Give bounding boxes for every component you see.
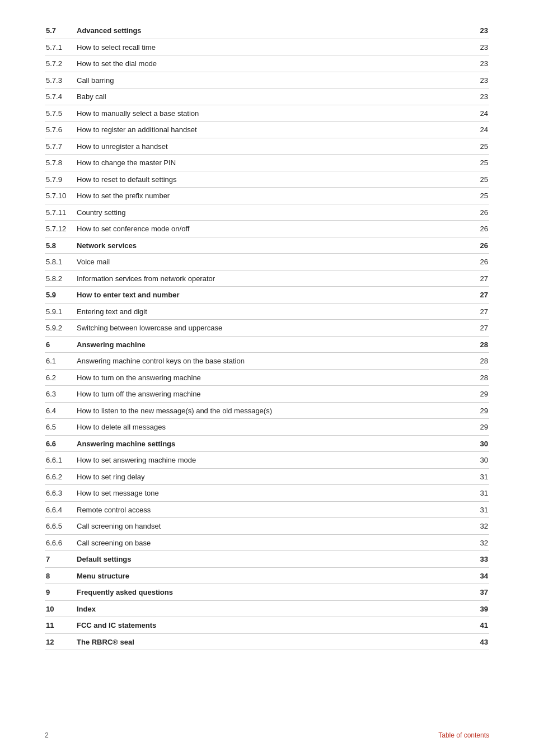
toc-row: 6Answering machine28 [45,336,489,353]
toc-row: 6.6.2How to set ring delay31 [45,468,489,485]
toc-number: 5.7.3 [45,72,76,88]
toc-page: 28 [472,353,489,370]
toc-page: 31 [472,501,489,518]
toc-page: 31 [472,468,489,485]
toc-row: 5.8Network services26 [45,237,489,254]
toc-row: 5.9.2Switching between lowercase and upp… [45,320,489,337]
toc-label: How to turn on the answering machine [76,369,472,386]
toc-label: Answering machine settings [76,435,472,452]
toc-number: 5.7.8 [45,155,76,171]
toc-label: Network services [76,237,472,254]
toc-label: How to enter text and number [76,287,472,304]
toc-row: 7Default settings33 [45,551,489,568]
toc-row: 5.7.12How to set conference mode on/off2… [45,221,489,237]
toc-number: 7 [45,551,76,568]
toc-label: How to unregister a handset [76,138,472,155]
toc-label: How to set the prefix number [76,188,472,204]
toc-number: 6.6.5 [45,518,76,535]
toc-number: 5.9.1 [45,303,76,320]
toc-page: 24 [472,122,489,138]
toc-number: 5.7.9 [45,171,76,188]
toc-row: 5.7.2How to set the dial mode23 [45,55,489,72]
toc-label: Baby call [76,88,472,105]
toc-page: 26 [472,221,489,237]
toc-label: How to set the dial mode [76,55,472,72]
toc-page: 32 [472,518,489,535]
toc-number: 5.9.2 [45,320,76,337]
toc-label: Answering machine control keys on the ba… [76,353,472,370]
toc-label: Default settings [76,551,472,568]
toc-label: Menu structure [76,567,472,584]
toc-label: Entering text and digit [76,303,472,320]
toc-row: 5.7.1How to select recall time23 [45,39,489,55]
toc-number: 8 [45,567,76,584]
toc-number: 6.6 [45,435,76,452]
toc-page: 25 [472,138,489,155]
toc-row: 5.7.5How to manually select a base stati… [45,105,489,122]
toc-page: 43 [472,633,489,650]
toc-number: 6.2 [45,369,76,386]
toc-row: 9Frequently asked questions37 [45,584,489,601]
toc-number: 6.5 [45,419,76,436]
toc-row: 6.6.6Call screening on base32 [45,534,489,551]
toc-page: 23 [472,88,489,105]
toc-label: Call screening on handset [76,518,472,535]
toc-page: 29 [472,402,489,419]
toc-row: 12The RBRC® seal43 [45,633,489,650]
toc-row: 5.8.2Information services from network o… [45,270,489,287]
toc-label: How to delete all messages [76,419,472,436]
toc-number: 5.7.2 [45,55,76,72]
toc-row: 8Menu structure34 [45,567,489,584]
toc-page: 31 [472,485,489,502]
toc-number: 12 [45,633,76,650]
toc-page: 24 [472,105,489,122]
toc-row: 5.7.11Country setting26 [45,204,489,221]
toc-number: 5.8.2 [45,270,76,287]
toc-page: 32 [472,534,489,551]
toc-label: How to reset to default settings [76,171,472,188]
toc-page: 28 [472,369,489,386]
toc-label: Country setting [76,204,472,221]
toc-page: 25 [472,171,489,188]
toc-row: 6.5How to delete all messages29 [45,419,489,436]
toc-row: 5.9.1Entering text and digit27 [45,303,489,320]
toc-row: 6.6.3How to set message tone31 [45,485,489,502]
toc-row: 6.6.1How to set answering machine mode30 [45,452,489,469]
toc-row: 6.6.4Remote control access31 [45,501,489,518]
toc-number: 5.7.6 [45,122,76,138]
toc-number: 5.9 [45,287,76,304]
toc-number: 5.7.7 [45,138,76,155]
toc-page: 37 [472,584,489,601]
toc-number: 9 [45,584,76,601]
toc-page: 30 [472,435,489,452]
toc-number: 6.6.6 [45,534,76,551]
toc-number: 10 [45,600,76,617]
toc-page: 26 [472,237,489,254]
toc-row: 6.2How to turn on the answering machine2… [45,369,489,386]
toc-page: 41 [472,617,489,634]
toc-page: 23 [472,55,489,72]
toc-number: 5.8.1 [45,254,76,270]
toc-row: 6.3How to turn off the answering machine… [45,386,489,403]
toc-label: How to set conference mode on/off [76,221,472,237]
toc-number: 6 [45,336,76,353]
toc-row: 5.7Advanced settings23 [45,22,489,39]
toc-label: How to select recall time [76,39,472,55]
toc-page: 29 [472,419,489,436]
toc-number: 6.6.4 [45,501,76,518]
toc-label: Switching between lowercase and uppercas… [76,320,472,337]
toc-number: 6.6.2 [45,468,76,485]
page: 5.7Advanced settings235.7.1How to select… [0,0,534,684]
toc-page: 23 [472,22,489,39]
toc-page: 33 [472,551,489,568]
toc-label: How to manually select a base station [76,105,472,122]
toc-page: 29 [472,386,489,403]
toc-number: 5.7.4 [45,88,76,105]
toc-page: 27 [472,270,489,287]
toc-number: 5.7.5 [45,105,76,122]
toc-label: The RBRC® seal [76,633,472,650]
toc-number: 5.8 [45,237,76,254]
toc-label: Information services from network operat… [76,270,472,287]
toc-label: Advanced settings [76,22,472,39]
toc-table: 5.7Advanced settings235.7.1How to select… [45,22,489,650]
